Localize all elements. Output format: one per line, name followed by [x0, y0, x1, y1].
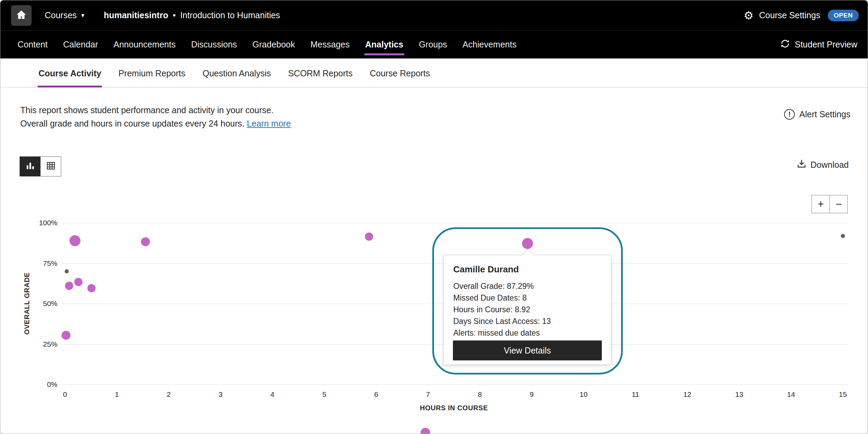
- zoom-out-button[interactable]: −: [829, 195, 848, 213]
- gridline: [62, 384, 848, 385]
- x-tick-label: 0: [63, 390, 67, 399]
- gear-icon: ⚙: [744, 10, 754, 21]
- table-view-button[interactable]: [40, 156, 61, 176]
- subtab-course-reports[interactable]: Course Reports: [369, 68, 431, 87]
- highlighted-data-point[interactable]: [522, 238, 533, 249]
- subtab-question-analysis[interactable]: Question Analysis: [202, 68, 272, 87]
- y-tick-label: 50%: [29, 300, 57, 308]
- tooltip-missed-due-dates: Missed Due Dates: 8: [453, 292, 601, 304]
- data-point[interactable]: [141, 237, 150, 246]
- x-axis-label: HOURS IN COURSE: [420, 404, 488, 412]
- x-tick-label: 4: [270, 390, 274, 399]
- topbar-right: ⚙ Course Settings OPEN: [744, 10, 859, 21]
- x-tick-label: 2: [167, 390, 171, 399]
- tooltip-alerts: Alerts: missed due dates: [453, 327, 601, 339]
- top-bar: Courses ▾ humanitiesintro • Introduction…: [0, 0, 868, 30]
- course-nav-bar: Content Calendar Announcements Discussio…: [0, 30, 868, 58]
- x-tick-label: 8: [478, 390, 482, 399]
- tooltip-days-since-access: Days Since Last Access: 13: [453, 315, 601, 327]
- bar-chart-icon: [25, 161, 35, 172]
- data-point[interactable]: [421, 428, 430, 434]
- y-tick-label: 0%: [29, 380, 57, 389]
- chart-table-toggle: [20, 156, 61, 176]
- tab-messages[interactable]: Messages: [311, 40, 350, 50]
- tab-gradebook[interactable]: Gradebook: [252, 40, 295, 50]
- course-settings-button[interactable]: Course Settings: [759, 10, 820, 20]
- breadcrumb-separator: •: [173, 10, 176, 20]
- tab-discussions[interactable]: Discussions: [191, 40, 237, 50]
- breadcrumb: humanitiesintro • Introduction to Humani…: [104, 10, 280, 20]
- table-icon: [46, 161, 56, 172]
- analytics-subnav: Course Activity Premium Reports Question…: [0, 58, 868, 88]
- chart-view-button[interactable]: [20, 156, 41, 176]
- zoom-controls: + −: [812, 195, 848, 213]
- data-point[interactable]: [74, 278, 83, 286]
- home-icon: [15, 9, 27, 22]
- x-tick-label: 13: [735, 390, 743, 399]
- zoom-in-button[interactable]: +: [812, 195, 830, 213]
- student-tooltip: Camille Durand Overall Grade: 87.29% Mis…: [443, 255, 611, 365]
- download-icon: [796, 159, 807, 171]
- alert-icon: !: [784, 109, 795, 120]
- data-point[interactable]: [841, 234, 845, 238]
- breadcrumb-course-id: humanitiesintro: [104, 10, 169, 20]
- report-description-line1: This report shows student performance an…: [20, 104, 291, 117]
- tab-calendar[interactable]: Calendar: [63, 40, 98, 50]
- x-tick-label: 1: [115, 390, 119, 399]
- subtab-course-activity[interactable]: Course Activity: [37, 68, 102, 87]
- courses-label: Courses: [45, 10, 77, 20]
- data-point[interactable]: [65, 269, 69, 273]
- student-preview-label: Student Preview: [795, 40, 857, 50]
- breadcrumb-course-name: Introduction to Humanities: [180, 10, 280, 20]
- course-nav-tabs: Content Calendar Announcements Discussio…: [18, 40, 517, 50]
- learn-more-link[interactable]: Learn more: [247, 119, 291, 128]
- x-tick-label: 9: [530, 390, 534, 399]
- tooltip-student-name: Camille Durand: [453, 264, 601, 275]
- tab-groups[interactable]: Groups: [419, 40, 447, 50]
- gridline: [62, 223, 848, 223]
- x-tick-label: 5: [322, 390, 326, 399]
- home-button[interactable]: [11, 5, 32, 26]
- report-description-line2: Overall grade and hours in course update…: [20, 117, 291, 130]
- x-tick-label: 12: [683, 390, 691, 399]
- tooltip-overall-grade: Overall Grade: 87.29%: [453, 280, 601, 292]
- app-window: Courses ▾ humanitiesintro • Introduction…: [0, 0, 868, 434]
- x-tick-label: 15: [839, 390, 847, 399]
- tooltip-hours-in-course: Hours in Course: 8.92: [453, 304, 601, 315]
- tab-achievements[interactable]: Achievements: [463, 40, 517, 50]
- tab-analytics[interactable]: Analytics: [365, 40, 403, 50]
- y-axis-label: OVERALL GRADE: [23, 223, 31, 384]
- data-point[interactable]: [62, 331, 70, 340]
- tab-content[interactable]: Content: [18, 40, 48, 50]
- view-details-button[interactable]: View Details: [453, 340, 602, 360]
- report-description: This report shows student performance an…: [20, 104, 291, 130]
- y-tick-label: 100%: [29, 219, 57, 227]
- open-status-badge: OPEN: [828, 10, 859, 21]
- data-point[interactable]: [65, 282, 73, 290]
- tooltip-caret: [522, 249, 534, 262]
- data-point[interactable]: [87, 284, 96, 292]
- y-tick-label: 25%: [29, 340, 57, 348]
- y-tick-label: 75%: [29, 259, 57, 268]
- refresh-icon: [780, 39, 790, 51]
- student-preview-button[interactable]: Student Preview: [780, 39, 857, 51]
- subtab-premium-reports[interactable]: Premium Reports: [117, 68, 186, 87]
- data-point[interactable]: [365, 232, 373, 241]
- courses-dropdown[interactable]: Courses ▾: [45, 10, 85, 20]
- x-tick-label: 14: [787, 390, 795, 399]
- x-tick-label: 10: [579, 390, 587, 399]
- subtab-scorm-reports[interactable]: SCORM Reports: [287, 68, 354, 87]
- alert-settings-button[interactable]: ! Alert Settings: [784, 109, 850, 120]
- x-tick-label: 6: [374, 390, 378, 399]
- chevron-down-icon: ▾: [81, 12, 85, 19]
- tab-announcements[interactable]: Announcements: [113, 40, 176, 50]
- x-tick-label: 3: [219, 390, 223, 399]
- data-point[interactable]: [69, 235, 80, 246]
- download-label: Download: [811, 160, 849, 170]
- alert-settings-label: Alert Settings: [799, 109, 850, 119]
- x-tick-label: 11: [632, 390, 639, 399]
- download-button[interactable]: Download: [796, 159, 849, 171]
- x-tick-label: 7: [426, 390, 430, 399]
